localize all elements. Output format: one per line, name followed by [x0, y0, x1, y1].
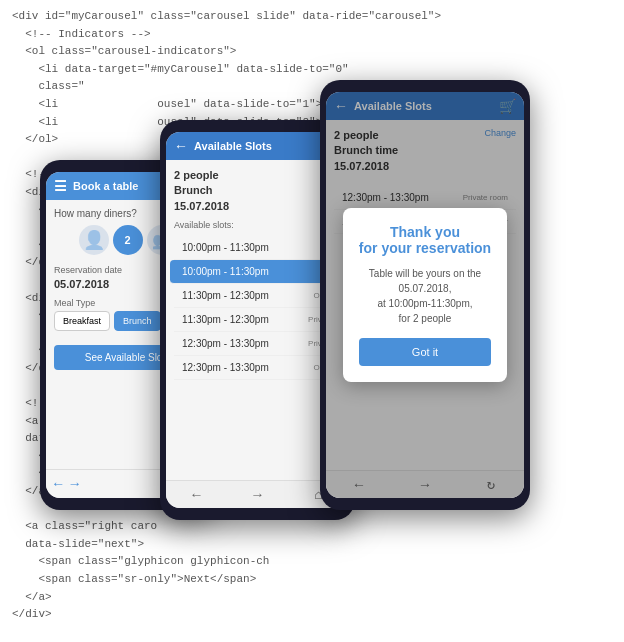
phone-2-back-icon[interactable]: ←: [174, 138, 188, 154]
slot-6-time: 12:30pm - 13:30pm: [182, 362, 269, 373]
confirmation-modal: Thank you for your reservation Table wil…: [343, 208, 507, 382]
slot-3-time: 11:30pm - 12:30pm: [182, 290, 269, 301]
modal-overlay: Thank you for your reservation Table wil…: [326, 92, 524, 498]
phone-1-menu-icon[interactable]: ☰: [54, 178, 67, 194]
got-it-button[interactable]: Got it: [359, 338, 491, 366]
slot-1-time: 10:00pm - 11:30pm: [182, 242, 269, 253]
phone-2-nav-back[interactable]: ←: [192, 487, 200, 503]
phones-area: ☰ Book a table 🛒 How many diners? 👤 2 👥: [40, 80, 600, 600]
reservation-date: 05.07.2018: [54, 278, 109, 290]
nav-forward-icon[interactable]: →: [70, 476, 78, 492]
diner-1[interactable]: 👤: [79, 225, 109, 255]
slot-4-time: 11:30pm - 12:30pm: [182, 314, 269, 325]
slot-2-time: 10:00pm - 11:30pm: [182, 266, 269, 277]
slot-5[interactable]: 12:30pm - 13:30pm Private: [174, 332, 341, 356]
slot-4[interactable]: 11:30pm - 12:30pm Private: [174, 308, 341, 332]
nav-back-icon[interactable]: ←: [54, 476, 62, 492]
modal-date: 05.07.2018,: [399, 283, 452, 294]
slot-6[interactable]: 12:30pm - 13:30pm On th: [174, 356, 341, 380]
slot-3[interactable]: 11:30pm - 12:30pm On th: [174, 284, 341, 308]
slots-label: Available slots:: [174, 220, 341, 230]
phone-2-nav-forward[interactable]: →: [253, 487, 261, 503]
diner-2[interactable]: 2: [113, 225, 143, 255]
phone-3: ← Available Slots 🛒 2 people Brunch time…: [320, 80, 530, 510]
slot-5-time: 12:30pm - 13:30pm: [182, 338, 269, 349]
slot-2-selected[interactable]: 10:00pm - 11:30pm: [170, 260, 345, 284]
modal-body: Table will be yours on the 05.07.2018, a…: [359, 266, 491, 326]
modal-title: Thank you for your reservation: [359, 224, 491, 256]
meal-brunch[interactable]: Brunch: [114, 311, 161, 331]
phone-2-title: Available Slots: [194, 140, 324, 152]
phone-3-screen: ← Available Slots 🛒 2 people Brunch time…: [326, 92, 524, 498]
meal-breakfast[interactable]: Breakfast: [54, 311, 110, 331]
slot-1[interactable]: 10:00pm - 11:30pm: [174, 236, 341, 260]
phone-2-people: 2 people Brunch 15.07.2018: [174, 168, 341, 214]
